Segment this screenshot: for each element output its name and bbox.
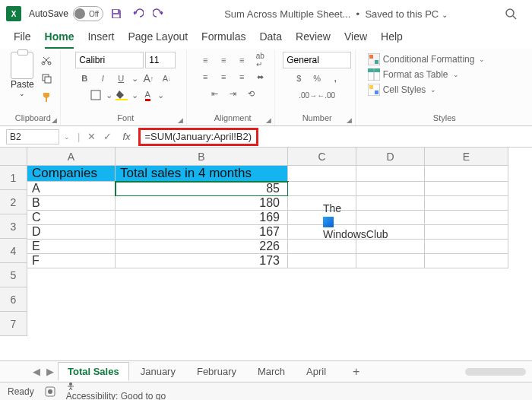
underline-dropdown[interactable]: ⌄ xyxy=(130,70,139,87)
col-header[interactable]: E xyxy=(425,148,508,166)
cell[interactable]: 167 xyxy=(116,225,288,240)
undo-icon[interactable] xyxy=(129,5,146,22)
cell[interactable]: C xyxy=(27,211,116,225)
cell[interactable] xyxy=(288,254,356,268)
cell[interactable] xyxy=(356,182,425,196)
paste-button[interactable]: Paste ⌄ xyxy=(11,52,34,105)
menu-review[interactable]: Review xyxy=(296,30,331,49)
cell[interactable] xyxy=(288,166,356,182)
macro-record-icon[interactable] xyxy=(45,386,55,397)
menu-formulas[interactable]: Formulas xyxy=(201,30,245,49)
increase-decimal-icon[interactable]: .00→ xyxy=(299,87,317,103)
cell[interactable]: D xyxy=(27,225,116,240)
align-bottom-icon[interactable]: ≡ xyxy=(233,52,251,68)
row-header[interactable]: 7 xyxy=(0,312,27,336)
accessibility-status[interactable]: Accessibility: Good to go xyxy=(66,382,166,401)
horizontal-scrollbar[interactable] xyxy=(465,368,526,376)
cell[interactable] xyxy=(425,196,508,211)
cancel-formula-icon[interactable]: ✕ xyxy=(87,131,96,142)
sheet-tab[interactable]: January xyxy=(131,362,185,381)
indent-left-icon[interactable]: ⇤ xyxy=(205,85,223,102)
autosave-toggle[interactable]: Off xyxy=(73,6,103,21)
menu-help[interactable]: Help xyxy=(381,30,403,49)
number-format-select[interactable] xyxy=(283,52,351,68)
sheet-tab[interactable]: March xyxy=(248,362,295,381)
cell[interactable] xyxy=(288,240,356,254)
format-painter-icon[interactable] xyxy=(37,88,55,105)
cell[interactable]: 180 xyxy=(116,196,288,211)
align-center-icon[interactable]: ≡ xyxy=(214,68,233,85)
row-header[interactable]: 1 xyxy=(0,166,27,190)
cell[interactable] xyxy=(425,211,508,225)
grow-font-icon[interactable]: A↑ xyxy=(139,70,157,87)
border-icon[interactable] xyxy=(87,87,105,103)
sheet-tab[interactable]: April xyxy=(296,362,336,381)
col-header[interactable]: B xyxy=(116,148,288,166)
cell-selected[interactable]: 85 xyxy=(116,182,288,196)
italic-button[interactable]: I xyxy=(93,70,112,87)
col-header[interactable]: D xyxy=(356,148,425,166)
sheet-tab[interactable]: February xyxy=(187,362,246,381)
select-all-corner[interactable] xyxy=(0,148,27,166)
row-header[interactable]: 4 xyxy=(0,239,27,263)
name-box[interactable]: B2 xyxy=(6,129,59,144)
redo-icon[interactable] xyxy=(150,5,167,22)
search-icon[interactable] xyxy=(505,8,517,20)
align-middle-icon[interactable]: ≡ xyxy=(214,52,233,68)
cell-styles-button[interactable]: Cell Styles⌄ xyxy=(368,82,437,97)
cell[interactable]: 173 xyxy=(116,254,288,268)
font-size-select[interactable] xyxy=(145,52,176,68)
cell[interactable] xyxy=(425,240,508,254)
save-icon[interactable] xyxy=(108,5,125,22)
percent-icon[interactable]: % xyxy=(308,70,326,87)
col-header[interactable]: A xyxy=(27,148,116,166)
spreadsheet-grid[interactable]: 1 2 3 4 5 6 7 A B C D E CompaniesTotal s… xyxy=(0,148,532,360)
cell[interactable] xyxy=(425,166,508,182)
cell[interactable]: Companies xyxy=(27,166,116,182)
currency-icon[interactable]: $ xyxy=(290,70,308,87)
cell[interactable] xyxy=(356,240,425,254)
cell[interactable] xyxy=(356,254,425,268)
cell[interactable]: A xyxy=(27,182,116,196)
cell[interactable]: B xyxy=(27,196,116,211)
cell[interactable] xyxy=(425,254,508,268)
fontcolor-dropdown[interactable]: ⌄ xyxy=(157,87,164,103)
merge-icon[interactable]: ⬌ xyxy=(251,68,269,85)
fx-icon[interactable]: fx xyxy=(122,131,130,142)
bold-button[interactable]: B xyxy=(75,70,93,87)
shrink-font-icon[interactable]: A↓ xyxy=(157,70,176,87)
wrap-text-icon[interactable]: ab↵ xyxy=(251,52,269,68)
cell[interactable] xyxy=(425,182,508,196)
row-header[interactable]: 2 xyxy=(0,190,27,214)
cell[interactable]: 169 xyxy=(116,211,288,225)
cell[interactable]: 226 xyxy=(116,240,288,254)
menu-data[interactable]: Data xyxy=(259,30,282,49)
cell[interactable]: F xyxy=(27,254,116,268)
conditional-formatting-button[interactable]: Conditional Formatting⌄ xyxy=(368,52,486,67)
copy-icon[interactable] xyxy=(37,70,55,87)
align-right-icon[interactable]: ≡ xyxy=(233,68,251,85)
col-header[interactable]: C xyxy=(288,148,356,166)
tab-prev-icon[interactable]: ◀ xyxy=(30,366,43,377)
font-color-icon[interactable]: A xyxy=(138,87,157,103)
new-sheet-button[interactable]: + xyxy=(353,365,359,379)
fill-dropdown[interactable]: ⌄ xyxy=(131,87,138,103)
sheet-tab[interactable]: Total Sales xyxy=(58,362,129,381)
menu-page-layout[interactable]: Page Layout xyxy=(128,30,188,49)
cell[interactable] xyxy=(288,182,356,196)
row-header[interactable]: 6 xyxy=(0,287,27,312)
accept-formula-icon[interactable]: ✓ xyxy=(103,131,112,142)
fill-color-icon[interactable] xyxy=(112,87,131,103)
decrease-decimal-icon[interactable]: ←.00 xyxy=(317,87,335,103)
menu-file[interactable]: File xyxy=(14,30,31,49)
cell[interactable] xyxy=(356,166,425,182)
cell[interactable] xyxy=(425,225,508,240)
format-as-table-button[interactable]: Format as Table⌄ xyxy=(368,67,459,82)
menu-view[interactable]: View xyxy=(344,30,367,49)
menu-home[interactable]: Home xyxy=(45,30,74,49)
cell[interactable]: E xyxy=(27,240,116,254)
tab-next-icon[interactable]: ▶ xyxy=(44,366,56,377)
indent-right-icon[interactable]: ⇥ xyxy=(223,85,242,102)
font-name-select[interactable] xyxy=(75,52,144,68)
cell[interactable]: Total sales in 4 months xyxy=(116,166,288,182)
